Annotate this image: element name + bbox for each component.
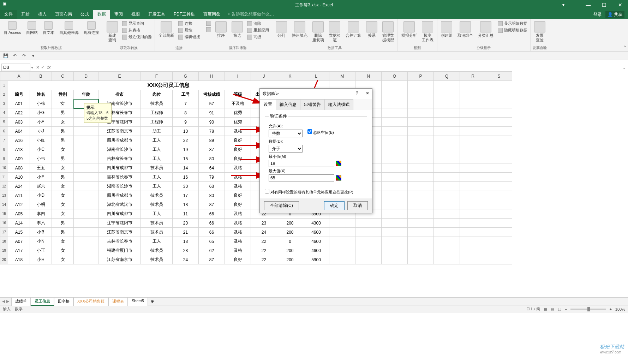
sheet-tab[interactable]: 课程表 — [108, 297, 128, 306]
cell[interactable]: 工人 — [141, 237, 173, 246]
cell[interactable] — [486, 81, 512, 90]
cell[interactable]: A07 — [8, 237, 30, 246]
cell[interactable] — [486, 191, 512, 200]
column-header[interactable]: J — [251, 72, 277, 81]
cell[interactable]: 良好 — [225, 145, 251, 154]
view-normal-icon[interactable]: ▦ — [544, 307, 547, 311]
cell[interactable]: 女 — [52, 118, 74, 127]
cell[interactable]: 四川省成都市 — [98, 209, 141, 219]
cell[interactable]: 及格 — [225, 209, 251, 219]
cell[interactable] — [329, 255, 355, 264]
cell[interactable]: 11 — [173, 209, 199, 219]
login-link[interactable]: 登录 — [593, 12, 602, 18]
tab-insert[interactable]: 插入 — [34, 10, 51, 19]
cell[interactable]: 87 — [199, 200, 225, 209]
cell[interactable]: 王五 — [30, 163, 52, 173]
cell[interactable] — [460, 182, 486, 191]
cell[interactable] — [408, 154, 434, 163]
cell[interactable]: 小N — [30, 237, 52, 246]
cell[interactable]: 小C — [30, 145, 52, 154]
cell[interactable] — [408, 228, 434, 237]
tab-home[interactable]: 开始 — [17, 10, 34, 19]
allow-select[interactable]: 整数 — [269, 130, 303, 137]
cell[interactable]: 200 — [277, 219, 303, 228]
cell[interactable]: A17 — [8, 246, 30, 255]
cell[interactable] — [486, 228, 512, 237]
flash-fill-button[interactable]: 快速填充 — [291, 20, 309, 38]
cell[interactable] — [382, 219, 408, 228]
forecast-sheet-button[interactable]: 预测 工作表 — [420, 20, 435, 43]
cell[interactable]: 良好 — [225, 136, 251, 145]
cell[interactable]: 良好 — [225, 255, 251, 264]
cell[interactable]: 江苏省南京市 — [98, 255, 141, 264]
cell[interactable] — [486, 136, 512, 145]
cell[interactable] — [434, 99, 460, 108]
relationships-button[interactable]: 关系 — [365, 20, 379, 38]
cell[interactable]: A04 — [8, 127, 30, 136]
cell[interactable]: 工人 — [141, 209, 173, 219]
cell[interactable] — [408, 200, 434, 209]
cell[interactable]: 及格 — [225, 219, 251, 228]
cell[interactable] — [408, 246, 434, 255]
cell[interactable]: 66 — [199, 219, 225, 228]
cell[interactable]: 21 — [173, 228, 199, 237]
cell[interactable]: 四川省成都市 — [98, 163, 141, 173]
column-header[interactable]: F — [141, 72, 173, 81]
cell[interactable]: 吉林省长春市 — [98, 173, 141, 182]
cell[interactable] — [434, 118, 460, 127]
cell[interactable]: 16 — [173, 173, 199, 182]
cancel-button[interactable]: 取消 — [347, 201, 368, 210]
cell[interactable]: 小J — [30, 127, 52, 136]
cell[interactable] — [434, 219, 460, 228]
cancel-formula-icon[interactable]: ✕ — [36, 65, 40, 70]
cell[interactable]: 良好 — [225, 191, 251, 200]
column-header[interactable]: K — [277, 72, 303, 81]
cell[interactable] — [460, 90, 486, 99]
cell[interactable]: 57 — [199, 99, 225, 108]
cell[interactable]: 赵六 — [30, 182, 52, 191]
cell[interactable] — [460, 99, 486, 108]
cell[interactable] — [408, 99, 434, 108]
ribbon-display-options[interactable]: ▾ — [562, 2, 564, 7]
cell[interactable] — [486, 200, 512, 209]
worksheet-grid[interactable]: ABCDEFGHIJKLMNOPQRS1XXX公司员工信息2编号姓名性别年龄省市… — [0, 71, 512, 264]
consolidate-button[interactable]: 合并计算 — [344, 20, 363, 38]
properties-button[interactable]: 属性 — [178, 27, 201, 33]
cell[interactable]: 24 — [251, 228, 277, 237]
formula-input[interactable] — [54, 64, 620, 71]
row-header[interactable]: 17 — [0, 228, 8, 237]
row-header[interactable]: 18 — [0, 237, 8, 246]
column-header[interactable]: M — [329, 72, 355, 81]
cell[interactable] — [408, 127, 434, 136]
tab-baidu-netdisk[interactable]: 百度网盘 — [199, 10, 225, 19]
group-button[interactable]: 创建组 — [439, 20, 454, 38]
cell[interactable] — [355, 246, 382, 255]
cell[interactable]: 200 — [277, 228, 303, 237]
close-button[interactable]: ✕ — [612, 0, 628, 10]
cell[interactable]: 女 — [52, 163, 74, 173]
cell[interactable]: 小G — [30, 108, 52, 118]
cell[interactable] — [460, 136, 486, 145]
cell[interactable]: 小韦 — [30, 154, 52, 163]
row-header[interactable]: 11 — [0, 173, 8, 182]
cell[interactable] — [486, 145, 512, 154]
cell[interactable]: 22 — [251, 246, 277, 255]
cell[interactable]: 79 — [199, 173, 225, 182]
cell[interactable] — [382, 90, 408, 99]
cell[interactable]: 4300 — [303, 219, 329, 228]
cell[interactable] — [74, 246, 98, 255]
cell[interactable] — [74, 182, 98, 191]
what-if-analysis-button[interactable]: 模拟分析 — [400, 20, 418, 38]
cell[interactable] — [486, 246, 512, 255]
enter-formula-icon[interactable]: ✓ — [41, 65, 44, 70]
tab-page-layout[interactable]: 页面布局 — [51, 10, 76, 19]
cell[interactable] — [74, 136, 98, 145]
row-header[interactable]: 15 — [0, 209, 8, 219]
cell[interactable] — [382, 237, 408, 246]
cell[interactable]: 技术员 — [141, 246, 173, 255]
cell[interactable]: A18 — [8, 255, 30, 264]
cell[interactable] — [382, 81, 408, 90]
cell[interactable]: 及格 — [225, 173, 251, 182]
cell[interactable]: 78 — [199, 127, 225, 136]
minimize-button[interactable]: — — [580, 0, 596, 10]
